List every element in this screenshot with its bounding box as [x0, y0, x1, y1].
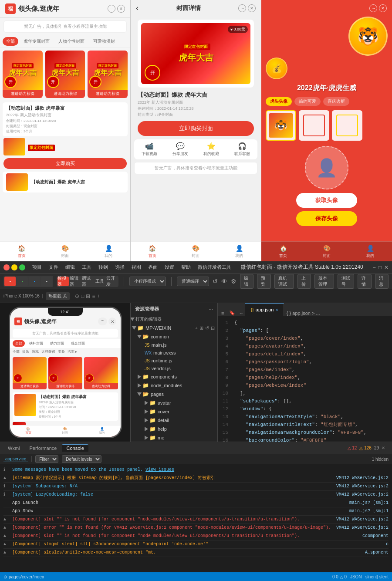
mini-cat-luxury[interactable]: 大牌奢侈: [41, 349, 55, 354]
mini-dots[interactable]: ···: [98, 318, 107, 325]
filetree-me[interactable]: 📁 me: [131, 433, 217, 442]
tool-btn-red[interactable]: ▪: [4, 277, 16, 286]
menu-goto[interactable]: 转到: [98, 264, 108, 270]
mini-tab-all[interactable]: 全部: [13, 340, 25, 347]
tab-debugger[interactable]: 调试器: [82, 277, 93, 286]
editor-bookmark[interactable]: 🔖: [227, 310, 237, 316]
ide-minimize[interactable]: −: [373, 264, 376, 270]
mini-action-2[interactable]: 邀请助力获得: [48, 383, 82, 389]
mini-card-3[interactable]: 开 查询助力获得: [84, 357, 118, 389]
menu-select[interactable]: 选择: [115, 264, 125, 270]
nav-me-left[interactable]: 👤 我的: [105, 244, 112, 259]
window-max-btn[interactable]: [19, 264, 25, 270]
action-service[interactable]: 🎧 联系客服: [234, 142, 250, 157]
cat-tab-festive[interactable]: 喜庆边框: [323, 97, 349, 106]
subtool-icon-4[interactable]: ≡: [92, 293, 95, 299]
menu-file[interactable]: 文件: [49, 264, 58, 270]
mini-card-1[interactable]: 开 邀请助力获得: [13, 357, 47, 389]
filetree-vendorjs[interactable]: JS vendor.js: [131, 365, 217, 372]
get-avatar-button[interactable]: 获取头像: [296, 193, 357, 208]
menu-devtools[interactable]: 微信开发者工具: [198, 264, 231, 270]
filetree-more[interactable]: ···: [209, 306, 213, 312]
btn-details[interactable]: 详情: [358, 274, 371, 289]
filetree-mainjs[interactable]: JS main.js: [131, 341, 217, 349]
nav-me-mid[interactable]: 👤 我的: [235, 244, 243, 259]
filetree-detail[interactable]: 📁 detail: [131, 416, 217, 425]
filetree-common[interactable]: 📂 common: [131, 332, 217, 341]
bottom-tab-wxml[interactable]: Wxml: [3, 445, 24, 452]
hotreload-btn[interactable]: 热重载 关: [46, 292, 70, 300]
mini-card-2[interactable]: 开 邀请助力获得: [48, 357, 82, 389]
menu-tool[interactable]: 工具: [82, 264, 91, 270]
filetree-root[interactable]: 📁 MP-WEIXIN + ⊞ ↺ ⊟: [131, 324, 217, 332]
btn-version[interactable]: 版本管理: [314, 274, 334, 289]
subtool-icon-2[interactable]: □: [81, 293, 84, 299]
mini-nav-me[interactable]: 👤 我的: [99, 427, 105, 435]
save-avatar-button[interactable]: 保存头像: [296, 211, 357, 226]
filetree-runtimejs[interactable]: JS runtime.js: [131, 357, 217, 365]
code-content[interactable]: { "pages": [ "pages/cover/index", "pages…: [231, 316, 392, 442]
nav-cover-left[interactable]: 🎨 封面: [61, 244, 69, 259]
filetree-actions[interactable]: ···: [209, 306, 213, 312]
action-share[interactable]: 💬 分享朋友: [172, 142, 188, 157]
ide-close[interactable]: ✕: [384, 264, 389, 270]
editor-arrow-left[interactable]: ←: [237, 311, 245, 316]
nav-me-right[interactable]: 👤 我的: [366, 244, 374, 259]
cat-tab-simple[interactable]: 简约可爱: [294, 97, 321, 106]
mini-nav-cover[interactable]: 🎨 封面: [62, 427, 68, 435]
nav-cover-mid[interactable]: 🎨 封面: [192, 244, 199, 259]
right-dots[interactable]: ··· ✕: [369, 4, 387, 12]
tool-btn-blue[interactable]: ▪: [29, 277, 40, 286]
close-btn[interactable]: ✕: [117, 5, 125, 13]
tab-tiger[interactable]: 虎年专属封面: [20, 37, 53, 46]
cover-action-1[interactable]: 邀请助力获得: [3, 90, 43, 98]
mini-cat-beauty[interactable]: 美妆: [58, 349, 65, 354]
menu-view[interactable]: 视图: [132, 264, 141, 270]
action-collect[interactable]: ⭐ 我的收藏: [203, 142, 219, 157]
tab-simulator[interactable]: 模拟器: [57, 277, 69, 286]
compiler-select[interactable]: 普通编译: [177, 277, 209, 286]
btn-preview[interactable]: 预览: [257, 274, 270, 289]
btn-message[interactable]: 消息: [375, 274, 389, 289]
filetree-avatar[interactable]: 📁 avatar: [131, 399, 217, 407]
settings-gear[interactable]: ⚙: [231, 278, 237, 285]
menu-project[interactable]: 项目: [32, 264, 42, 270]
refresh-btn[interactable]: ↺: [205, 325, 209, 331]
tab-editor[interactable]: 编辑器: [70, 277, 81, 286]
nav-cover-right[interactable]: 🎨 封面: [323, 244, 331, 259]
cover-item-2[interactable]: 限定红包封面 虎年大吉 开 邀请助力获得: [45, 51, 85, 98]
menu-edit[interactable]: 编辑: [65, 264, 75, 270]
new-folder-btn[interactable]: ⊞: [199, 325, 203, 331]
view-issues-link[interactable]: View issues: [145, 467, 174, 472]
tab-all[interactable]: 全部: [3, 37, 18, 46]
tool-btn-gray[interactable]: ▪: [41, 277, 52, 286]
dot-right-2[interactable]: ✕: [379, 4, 387, 12]
cover-action-3[interactable]: 邀请助力获得: [88, 90, 128, 98]
console-close[interactable]: ✕: [382, 446, 385, 450]
tab-cloud[interactable]: 云开发: [106, 277, 118, 286]
mid-dots[interactable]: ··· ✕: [238, 4, 256, 12]
ide-restore[interactable]: □: [378, 264, 382, 270]
cover-item-1[interactable]: 限定红包封面 虎年大吉 开 邀请助力获得: [3, 51, 43, 98]
cat-tab-tiger[interactable]: 虎头头像: [266, 97, 292, 106]
tool-btn-green[interactable]: ▪: [17, 277, 28, 286]
collapse-btn[interactable]: ⊟: [211, 325, 215, 331]
new-file-btn[interactable]: +: [195, 325, 198, 331]
filetree-section-open[interactable]: 打开的编辑器: [131, 315, 217, 324]
cover-item-3[interactable]: 限定红包封面 虎年大吉 开 邀请助力获得: [88, 51, 128, 98]
editor-tab-appjson[interactable]: {} app.json ×: [245, 303, 284, 316]
nav-home-left[interactable]: 🏠 首页: [18, 244, 26, 259]
compile-btn[interactable]: ↺: [213, 278, 218, 285]
mini-cat-car[interactable]: 汽车 ▸: [68, 349, 77, 354]
frame-item-2[interactable]: [299, 110, 329, 141]
dot-mid-1[interactable]: ···: [238, 4, 246, 12]
btn-upload[interactable]: 上传: [297, 274, 311, 289]
nav-home-mid[interactable]: 🏠 首页: [149, 244, 156, 259]
subtool-icon-1[interactable]: ⊙: [75, 293, 79, 299]
header-dots[interactable]: ··· ✕: [108, 5, 125, 13]
btn-edit[interactable]: 编辑: [240, 274, 253, 289]
mini-cat-all[interactable]: 全部: [13, 349, 20, 354]
console-filter-select[interactable]: Filter: [35, 455, 58, 463]
mini-tab-iron[interactable]: 铁杆封面: [27, 340, 46, 347]
buy-button-mid[interactable]: 立即购买封面: [138, 121, 254, 136]
